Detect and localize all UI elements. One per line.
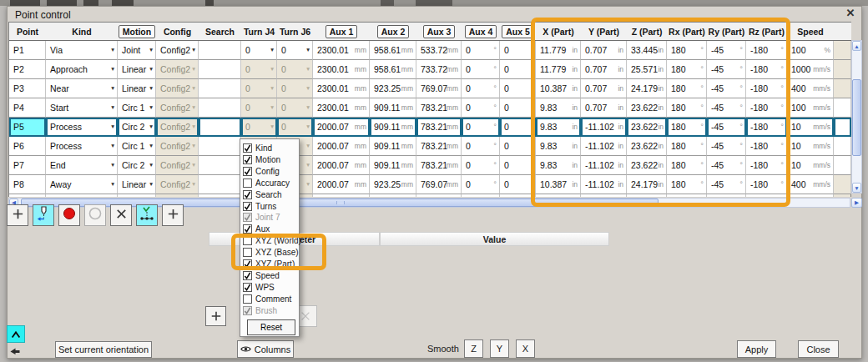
dropdown-arrow-icon[interactable]: ▾ [111,142,114,149]
cell-wps-P8[interactable] [834,175,851,194]
cell-motion-P7[interactable]: Circ 2▾ [118,156,156,175]
cell-config-P7[interactable]: Config2▾ [156,156,199,175]
col-header-wps[interactable] [834,23,851,41]
cell-y-P6[interactable]: -11.102in [581,137,627,156]
add-parameter-button[interactable] [205,306,226,326]
cell-aux3-P3[interactable]: 769.07mm [416,79,462,98]
dropdown-arrow-icon[interactable]: ▾ [270,103,274,111]
set-current-orientation-button[interactable]: Set current orientation [55,341,152,358]
menu-item-xyz-part[interactable]: XYZ (Part) [243,259,295,269]
cell-z-P5[interactable]: 23.622in [627,118,667,137]
menu-item-comment[interactable]: Comment [243,294,291,304]
menu-item-xyz-base[interactable]: XYZ (Base) [243,247,299,258]
cell-point-P1[interactable]: P1 [9,41,46,60]
col-header-point[interactable]: Point [9,23,46,41]
menu-item-xyz-world[interactable]: XYZ (World) [243,235,301,246]
cell-turn_j4-P3[interactable]: 0▾ [241,79,277,98]
cell-rz-P3[interactable]: -180° [746,79,787,98]
cell-config-P5[interactable]: Config2▾ [156,118,199,137]
cell-motion-P9[interactable]: Linear▾ [118,194,156,197]
cell-aux4-P7[interactable]: 0° [462,156,500,175]
cell-aux4-P4[interactable]: 0° [462,98,500,118]
cell-config-P2[interactable]: Config2▾ [156,60,199,79]
cell-x-P3[interactable]: 10.387in [536,79,581,98]
cell-aux2-P4[interactable]: 909.11mm [370,98,416,118]
dropdown-arrow-icon[interactable]: ▾ [149,46,153,53]
cell-kind-P8[interactable]: Away▾ [46,175,118,194]
cell-motion-P8[interactable]: Linear▾ [118,175,156,194]
cell-motion-P4[interactable]: Circ 1▾ [118,98,156,118]
pin-icon[interactable] [9,345,21,356]
dropdown-arrow-icon[interactable]: ▾ [306,142,310,149]
cell-rz-P9[interactable]: -180° [746,194,787,197]
dropdown-arrow-icon[interactable]: ▾ [111,46,114,53]
cell-speed-P9[interactable]: 1000mm/s [787,194,834,197]
cell-kind-P3[interactable]: Near▾ [46,79,118,98]
cell-ry-P5[interactable]: -45° [707,118,746,137]
scroll-down-icon[interactable]: ▼ [852,183,861,193]
cell-speed-P8[interactable]: 400mm/s [787,175,834,194]
cell-z-P2[interactable]: 25.571in [627,60,667,79]
col-header-turn_j4[interactable]: Turn J4 [241,23,277,41]
cell-motion-P5[interactable]: Circ 2▾ [118,118,156,137]
dropdown-arrow-icon[interactable]: ▾ [149,142,153,149]
cell-motion-P2[interactable]: Linear▾ [118,60,156,79]
columns-button[interactable]: Columns [237,340,294,358]
dropdown-arrow-icon[interactable]: ▾ [111,180,114,188]
dropdown-arrow-icon[interactable]: ▾ [192,103,195,111]
cell-y-P1[interactable]: 0.707in [581,41,627,60]
dropdown-arrow-icon[interactable]: ▾ [149,103,153,111]
cell-x-P7[interactable]: 9.83in [536,156,581,175]
cell-rx-P5[interactable]: 180° [667,118,707,137]
cell-search-P4[interactable] [199,98,241,118]
dropdown-arrow-icon[interactable]: ▾ [149,65,153,73]
cell-aux1-P7[interactable]: 2000.07mm [313,156,370,175]
cell-rx-P6[interactable]: 180° [667,137,707,156]
menu-item-config[interactable]: Config [243,166,280,177]
cell-wps-P5[interactable] [834,118,851,137]
checkbox-checked-icon[interactable] [243,259,252,269]
cell-point-P5[interactable]: P5 [9,118,46,137]
cell-aux5-P2[interactable]: 0 [500,60,536,79]
dropdown-arrow-icon[interactable]: ▾ [306,84,310,92]
cell-aux5-P3[interactable]: 0 [500,79,536,98]
menu-item-kind[interactable]: Kind [243,143,272,153]
teach-tool-point-button[interactable] [33,204,54,226]
dropdown-arrow-icon[interactable]: ▾ [306,161,310,168]
cell-z-P9[interactable]: 25.571in [627,194,667,197]
col-header-z[interactable]: Z (Part) [627,23,667,41]
dropdown-arrow-icon[interactable]: ▾ [270,65,274,73]
cell-search-P3[interactable] [199,79,241,98]
cell-ry-P7[interactable]: -45° [707,156,746,175]
cell-rx-P3[interactable]: 180° [667,79,707,98]
cell-kind-P5[interactable]: Process▾ [46,118,118,137]
checkbox-unchecked-icon[interactable] [243,248,252,257]
cell-aux3-P5[interactable]: 783.21mm [416,118,462,137]
cell-speed-P6[interactable]: 10mm/s [787,137,834,156]
cell-aux2-P5[interactable]: 909.11mm [370,118,416,137]
cell-point-P2[interactable]: P2 [9,60,46,79]
cell-x-P5[interactable]: 9.83in [536,118,581,137]
checkbox-checked-icon[interactable] [243,271,252,280]
cell-aux1-P2[interactable]: 2300.01mm [313,60,370,79]
cell-aux2-P6[interactable]: 909.11mm [370,137,416,156]
cell-y-P2[interactable]: 0.707in [581,60,627,79]
menu-item-speed[interactable]: Speed [243,270,280,281]
cell-ry-P8[interactable]: -45° [707,175,746,194]
cell-config-P1[interactable]: Config2▾ [156,41,199,60]
cell-point-P8[interactable]: P8 [9,175,46,194]
dropdown-arrow-icon[interactable]: ▾ [111,65,114,73]
cell-turn_j4-P4[interactable]: 0▾ [241,98,277,118]
cell-aux4-P1[interactable]: 0° [462,41,500,60]
checkbox-unchecked-icon[interactable] [243,178,252,188]
cell-wps-P4[interactable] [834,98,851,118]
cell-y-P5[interactable]: -11.102in [581,118,627,137]
col-header-speed[interactable]: Speed [787,23,834,41]
cell-rx-P1[interactable]: 180° [667,41,707,60]
smooth-z-button[interactable]: Z [464,339,483,358]
dropdown-arrow-icon[interactable]: ▾ [306,123,310,130]
cell-rz-P5[interactable]: -180° [746,118,787,137]
cell-search-P7[interactable] [199,156,241,175]
dropdown-arrow-icon[interactable]: ▾ [270,123,274,130]
cell-speed-P7[interactable]: 10mm/s [787,156,834,175]
